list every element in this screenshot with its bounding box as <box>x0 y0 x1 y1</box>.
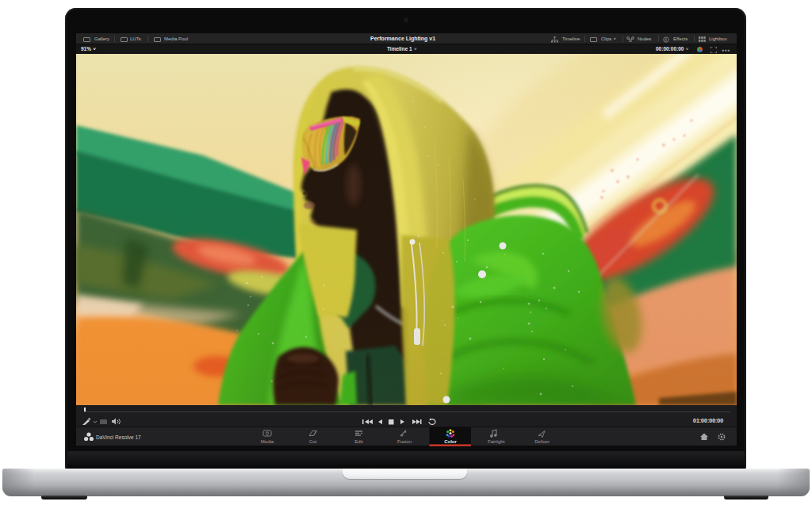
svg-text:Fairlight: Fairlight <box>488 439 505 444</box>
svg-text:DaVinci Resolve 17: DaVinci Resolve 17 <box>96 434 141 440</box>
svg-text:Edit: Edit <box>354 439 363 444</box>
svg-text:Cut: Cut <box>309 439 317 444</box>
svg-text:Color: Color <box>444 439 457 444</box>
svg-text:Fusion: Fusion <box>397 439 412 444</box>
svg-text:Media: Media <box>261 439 274 444</box>
svg-text:Deliver: Deliver <box>534 439 550 444</box>
